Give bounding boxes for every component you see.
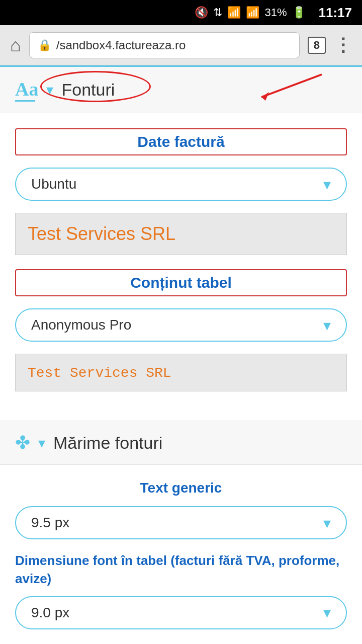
tab-count-badge[interactable]: 8: [308, 37, 326, 54]
wifi-icon: 📶: [227, 6, 241, 19]
date-factura-dropdown-label: Ubuntu: [31, 176, 76, 192]
date-factura-title: Date factură: [137, 133, 224, 150]
status-bar: 🔇 ⇅ 📶 📶 31% 🔋 11:17: [0, 0, 362, 25]
continut-tabel-dropdown-label: Anonymous Pro: [31, 317, 131, 333]
date-factura-preview: Test Services SRL: [15, 213, 347, 255]
marime-fonturi-label: Mărime fonturi: [53, 433, 162, 453]
fonturi-section-body: Date factură Ubuntu ▾ Test Services SRL …: [0, 113, 362, 421]
arrow-annotation: [231, 69, 332, 110]
battery-text: 31%: [264, 6, 287, 19]
continut-tabel-title: Conținut tabel: [130, 274, 232, 291]
continut-tabel-dropdown[interactable]: Anonymous Pro ▾: [15, 308, 347, 342]
signal-icon: 📶: [246, 6, 259, 19]
text-generic-value: 9.5 px: [31, 515, 69, 531]
text-generic-container: Text generic: [15, 480, 347, 496]
date-factura-dropdown[interactable]: Ubuntu ▾: [15, 168, 347, 201]
marime-icon: ✤: [15, 432, 30, 453]
battery-icon: 🔋: [292, 6, 306, 19]
marime-fonturi-header[interactable]: ✤ ▾ Mărime fonturi: [0, 421, 362, 464]
marime-fonturi-section: ✤ ▾ Mărime fonturi: [0, 421, 362, 465]
fonturi-section-header[interactable]: Aa ▾ Fonturi: [0, 67, 362, 113]
clock: 11:17: [319, 5, 352, 21]
sync-icon: ⇅: [213, 6, 222, 19]
dimensiune-fara-tva-chevron: ▾: [323, 604, 331, 621]
svg-line-0: [261, 74, 322, 97]
marime-fonturi-body: Text generic 9.5 px ▾ Dimensiune font în…: [0, 465, 362, 644]
url-bar[interactable]: 🔒 /sandbox4.factureaza.ro: [29, 32, 300, 58]
svg-marker-1: [261, 92, 269, 101]
dimensiune-fara-tva-dropdown[interactable]: 9.0 px ▾: [15, 596, 347, 629]
continut-tabel-preview-text: Test Services SRL: [28, 365, 171, 381]
url-text: /sandbox4.factureaza.ro: [56, 38, 186, 52]
continut-tabel-title-box: Conținut tabel: [15, 269, 347, 296]
text-generic-label: Text generic: [140, 480, 222, 496]
chevron-icon: ▾: [46, 82, 53, 98]
date-factura-dropdown-chevron: ▾: [323, 176, 331, 193]
text-generic-dropdown[interactable]: 9.5 px ▾: [15, 506, 347, 539]
continut-tabel-preview: Test Services SRL: [15, 354, 347, 391]
date-factura-preview-text: Test Services SRL: [28, 223, 175, 244]
date-factura-title-box: Date factură: [15, 128, 347, 155]
lock-icon: 🔒: [38, 39, 51, 52]
home-button[interactable]: ⌂: [10, 35, 21, 56]
font-icon: Aa: [15, 78, 38, 102]
text-generic-chevron: ▾: [323, 514, 331, 532]
browser-bar: ⌂ 🔒 /sandbox4.factureaza.ro 8 ⋮: [0, 25, 362, 65]
status-icons: 🔇 ⇅ 📶 📶 31% 🔋: [195, 6, 305, 19]
dimensiune-fara-tva-label: Dimensiune font în tabel (facturi fără T…: [15, 553, 339, 586]
fonturi-label: Fonturi: [61, 80, 115, 100]
marime-chevron-icon: ▾: [38, 435, 45, 451]
mute-icon: 🔇: [195, 6, 208, 19]
dimensiune-fara-tva-value: 9.0 px: [31, 605, 69, 621]
main-content: Aa ▾ Fonturi Date factură Ubuntu ▾ Test …: [0, 65, 362, 644]
dimensiune-fara-tva-container: Dimensiune font în tabel (facturi fără T…: [15, 551, 347, 588]
more-button[interactable]: ⋮: [334, 35, 352, 56]
continut-tabel-dropdown-chevron: ▾: [323, 316, 331, 334]
dimensiune-cu-tva-container: Dimensiune font în tabel la facturi cu T…: [15, 641, 347, 644]
